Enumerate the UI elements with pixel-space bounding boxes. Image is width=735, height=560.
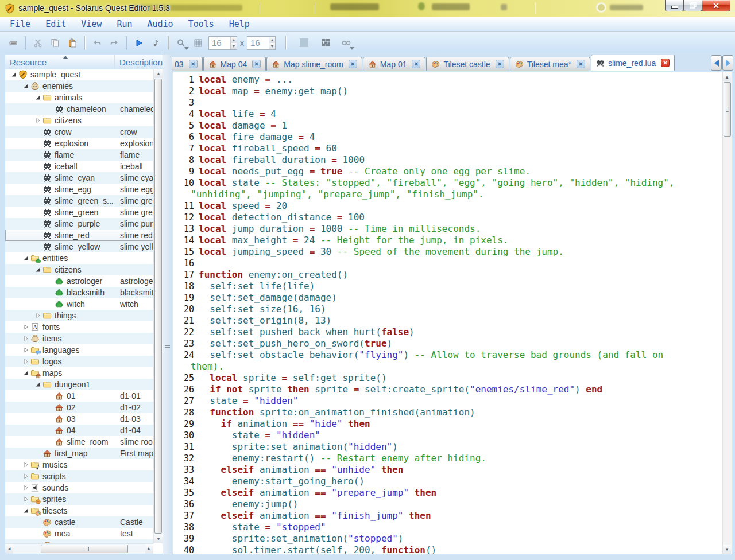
tree-hscroll-thumb[interactable] [41, 545, 128, 553]
tree-row-mea[interactable]: meatest [5, 528, 153, 539]
tree-row-musics[interactable]: musics [5, 459, 153, 470]
tab-close-button[interactable]: ✕ [189, 60, 198, 68]
show-walls-button[interactable] [317, 35, 334, 51]
menu-item-tools[interactable]: Tools [181, 18, 222, 30]
tree-horizontal-scrollbar[interactable]: ◄ ► [5, 543, 153, 554]
menu-item-file[interactable]: File [2, 18, 38, 30]
tree-row-slime_yellow[interactable]: slime_yellowslime yellow [5, 241, 153, 252]
tree-row-witch[interactable]: witchwitch [5, 298, 153, 310]
tree-row-languages[interactable]: languages [5, 344, 153, 356]
code-line[interactable]: "unhiding", "jumping", "prepare_jump", "… [173, 189, 722, 200]
code-line[interactable]: 20 self:set_size(16, 16) [173, 304, 722, 315]
play-music-button[interactable] [148, 35, 165, 51]
tree-row-flame[interactable]: flameflame [5, 149, 153, 161]
expand-icon[interactable] [21, 483, 30, 492]
grid-width-spinner[interactable]: ▲▼ [208, 36, 237, 50]
copy-button[interactable] [47, 35, 64, 51]
tree-row-slime_purple[interactable]: slime_purpleslime purpl [5, 218, 153, 230]
tree-row-slime_egg[interactable]: slime_eggslime egg [5, 184, 153, 195]
collapse-icon[interactable] [33, 265, 42, 274]
tree-row-enemies[interactable]: enemies [5, 80, 153, 92]
zoom-button[interactable] [172, 35, 189, 51]
code-line[interactable]: 33 elseif animation == "unhide" then [173, 464, 722, 476]
tree-row-sample_quest[interactable]: sample_quest [5, 69, 153, 80]
code-line[interactable]: 13local jump_duration = 1000 -- Time in … [173, 223, 722, 235]
undo-button[interactable] [88, 35, 106, 51]
code-viewport[interactable]: 1local enemy = ...2local map = enemy:get… [173, 72, 722, 554]
code-line[interactable]: 2local map = enemy:get_map() [173, 85, 722, 97]
expand-icon[interactable] [21, 460, 30, 469]
tab-03[interactable]: 03✕ [172, 57, 203, 71]
code-line[interactable]: 16 [173, 258, 722, 269]
minimize-button[interactable] [665, 0, 684, 11]
tree-row-clipped[interactable] [5, 539, 153, 543]
code-line[interactable]: 21 self:set_origin(8, 13) [173, 315, 722, 326]
menu-item-audio[interactable]: Audio [140, 18, 180, 30]
tree-row-slime_cyan[interactable]: slime_cyanslime cyan [5, 172, 153, 184]
code-line[interactable]: 37 elseif animation == "finish_jump" the… [173, 510, 722, 522]
expand-icon[interactable] [21, 345, 30, 355]
tab-close-button[interactable]: ✕ [412, 60, 420, 68]
show-grid-button[interactable] [189, 35, 207, 51]
spin-up-icon[interactable]: ▲ [231, 37, 237, 43]
close-button[interactable]: ✕ [702, 0, 730, 11]
scroll-down-icon[interactable]: ▼ [154, 534, 163, 543]
spin-down-icon[interactable]: ▼ [269, 43, 275, 49]
spinner-arrows[interactable]: ▲▼ [269, 37, 275, 49]
menu-item-view[interactable]: View [74, 18, 109, 30]
tree-row-iceball[interactable]: iceballiceball [5, 161, 153, 172]
scroll-up-icon[interactable]: ▲ [723, 72, 731, 81]
run-quest-button[interactable] [130, 35, 148, 51]
column-header-resource[interactable]: Resource [5, 55, 115, 69]
tree-row-slime_green_s...[interactable]: slime_green_s...slime green [5, 195, 153, 207]
tree-row-maps[interactable]: maps [5, 367, 153, 379]
show-layers-button[interactable] [338, 35, 355, 51]
tree-row-first_map[interactable]: first_mapFirst map [5, 448, 153, 459]
code-line[interactable]: 14local max_height = 24 -- Height for th… [173, 235, 722, 246]
code-line[interactable]: 3 [173, 97, 722, 108]
tree-row-chameleon[interactable]: chameleonchameleon [5, 103, 153, 115]
tab-close-button[interactable]: ✕ [661, 59, 670, 67]
tab-map-01[interactable]: Map 01✕ [363, 57, 426, 71]
code-line[interactable]: 22 self:set_pushed_back_when_hurt(false) [173, 326, 722, 338]
cut-button[interactable] [29, 35, 47, 51]
code-line[interactable]: 24 self:set_obstacle_behavior("flying") … [173, 349, 722, 361]
code-line[interactable]: 26 if not sprite then sprite = self:crea… [173, 384, 722, 395]
code-line[interactable]: 40 sol.timer.start(self, 200, function() [173, 545, 722, 554]
scroll-right-icon[interactable]: ► [145, 544, 153, 554]
tree-row-01[interactable]: 01d1-01 [5, 390, 153, 402]
code-line[interactable]: 31 sprite:set_animation("hidden") [173, 441, 722, 453]
menu-item-help[interactable]: Help [222, 18, 257, 30]
expand-icon[interactable] [21, 322, 30, 332]
tree-row-animals[interactable]: animals [5, 92, 153, 103]
scroll-up-icon[interactable]: ▲ [154, 69, 163, 78]
tabs-scroll-left-button[interactable] [711, 55, 722, 71]
collapse-icon[interactable] [21, 81, 30, 91]
tree-row-astrologer[interactable]: astrologerastrologer [5, 275, 153, 287]
code-line[interactable]: 17function enemy:on_created() [173, 269, 722, 281]
code-line[interactable]: 4local life = 4 [173, 108, 722, 120]
code-line[interactable]: 5local damage = 1 [173, 120, 722, 131]
spin-up-icon[interactable]: ▲ [269, 37, 275, 43]
collapse-icon[interactable] [21, 368, 30, 378]
tree-row-logos[interactable]: logos [5, 356, 153, 367]
code-line[interactable]: 32 enemy:restart() -- Restart enemy afte… [173, 453, 722, 464]
tree-row-fonts[interactable]: fonts [5, 321, 153, 333]
code-line[interactable]: 34 enemy:start_going_hero() [173, 476, 722, 487]
tree-row-dungeon1[interactable]: dungeon1 [5, 379, 153, 390]
tree-vertical-scrollbar[interactable]: ▲ ▼ [153, 69, 163, 543]
code-line[interactable]: 9local needs_put_egg = true -- Create on… [173, 166, 722, 177]
code-line[interactable]: 10local state -- States: "stopped", "fir… [173, 177, 722, 189]
code-line[interactable]: 12local detection_distance = 100 [173, 212, 722, 223]
tree-row-scripts[interactable]: scripts [5, 470, 153, 482]
entity-square-button[interactable] [295, 35, 312, 51]
code-line[interactable]: 11local speed = 20 [173, 200, 722, 212]
code-line[interactable]: 15local jumping_speed = 30 -- Speed of t… [173, 246, 722, 258]
tree-vscroll-thumb[interactable] [154, 79, 162, 534]
tab-close-button[interactable]: ✕ [349, 60, 357, 68]
tree-row-03[interactable]: 03d1-03 [5, 413, 153, 425]
tree-row-things[interactable]: things [5, 310, 153, 321]
code-line[interactable]: 27 state = "hidden" [173, 395, 722, 407]
code-line[interactable]: 30 state = "hidden" [173, 430, 722, 441]
tab-tileset-castle[interactable]: Tileset castle✕ [426, 57, 509, 71]
